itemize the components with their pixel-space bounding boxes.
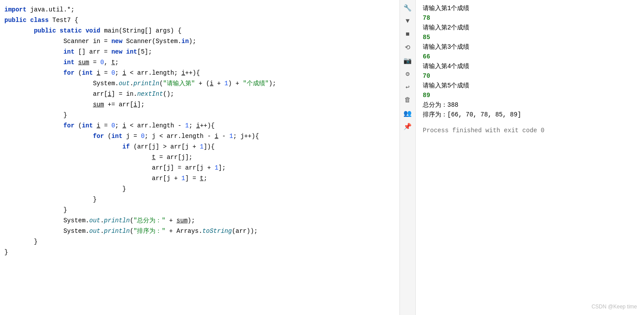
code-content: import java.util.*;public class Test7 { … [4, 4, 399, 257]
output-sum: 总分为：388 [423, 100, 637, 110]
stop-icon[interactable]: ■ [402, 28, 414, 40]
output-prompt: 请输入第3个成绩 [423, 42, 637, 52]
output-value: 70 [423, 71, 637, 81]
output-prompt: 请输入第2个成绩 [423, 23, 637, 33]
output-area: 请输入第1个成绩78请输入第2个成绩85请输入第3个成绩66请输入第4个成绩70… [416, 0, 644, 315]
output-value: 89 [423, 91, 637, 100]
back-icon[interactable]: ↩ [402, 81, 414, 93]
code-area: import java.util.*;public class Test7 { … [0, 0, 400, 315]
output-value: 78 [423, 13, 637, 23]
trash-icon[interactable]: 🗑 [402, 94, 414, 106]
arrow-down-icon[interactable]: ▼ [402, 15, 414, 27]
camera-icon[interactable]: 📷 [402, 54, 414, 67]
output-prompt: 请输入第1个成绩 [423, 4, 637, 13]
output-process: Process finished with exit code 0 [423, 126, 637, 135]
output-value: 66 [423, 52, 637, 62]
users-icon[interactable]: 👥 [402, 107, 414, 119]
output-prompt: 请输入第5个成绩 [423, 81, 637, 91]
output-value: 85 [423, 33, 637, 42]
output-prompt: 请输入第4个成绩 [423, 62, 637, 71]
cog-icon[interactable]: ⚙ [402, 68, 414, 80]
watermark: CSDN @Keep time [591, 302, 637, 311]
pin-icon[interactable]: 📌 [402, 120, 414, 133]
output-sort: 排序为：[66, 70, 78, 85, 89] [423, 110, 637, 119]
wrench-icon[interactable]: 🔧 [402, 2, 414, 14]
toolbar: 🔧▼■⟲📷⚙↩🗑👥📌 [400, 0, 416, 315]
replay-icon[interactable]: ⟲ [402, 41, 414, 54]
